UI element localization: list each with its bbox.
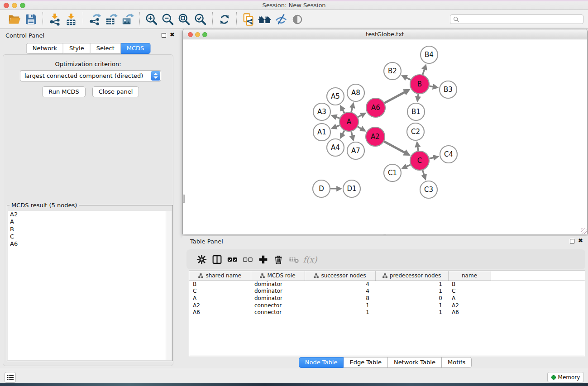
graph-node-A8[interactable]: A8: [347, 84, 364, 101]
tab-select[interactable]: Select: [91, 43, 121, 54]
node-table: shared nameMCDS rolesuccessor nodesprede…: [189, 271, 585, 316]
zoom-in-button[interactable]: [143, 11, 160, 28]
split-view-button[interactable]: [209, 252, 225, 267]
mcds-result-item[interactable]: A6: [8, 240, 172, 248]
table-row[interactable]: A6connector11A6: [189, 309, 585, 316]
table-row[interactable]: Bdominator41B: [189, 281, 585, 288]
graph-node-A5[interactable]: A5: [327, 88, 344, 105]
table-row[interactable]: Cdominator41C: [189, 288, 585, 295]
save-session-button[interactable]: [23, 11, 39, 28]
memory-button[interactable]: Memory: [547, 372, 584, 382]
graph-node-A1[interactable]: A1: [313, 124, 330, 141]
criterion-value: largest connected component (directed): [24, 71, 143, 81]
task-history-button[interactable]: [5, 372, 16, 383]
graph-node-B[interactable]: B: [410, 75, 429, 94]
network-vscroll-thumb[interactable]: [183, 195, 185, 203]
table-cell: A: [448, 295, 491, 302]
tab-style[interactable]: Style: [63, 43, 91, 54]
column-header-successor-nodes[interactable]: successor nodes: [305, 271, 375, 281]
graph-node-A3[interactable]: A3: [313, 103, 330, 120]
column-tree-icon: [260, 273, 265, 278]
export-table-button[interactable]: [103, 11, 120, 28]
import-network-button[interactable]: [47, 11, 63, 28]
delete-table-button[interactable]: [286, 252, 301, 267]
table-settings-button[interactable]: [194, 252, 209, 267]
search-input[interactable]: [459, 15, 583, 23]
close-panel-icon[interactable]: ✖: [170, 32, 175, 38]
open-session-button[interactable]: [6, 11, 23, 28]
graph-node-C[interactable]: C: [410, 151, 429, 170]
arrowhead-icon: [415, 96, 421, 102]
deselect-all-columns-button[interactable]: [240, 252, 255, 267]
add-column-button[interactable]: [255, 252, 271, 267]
home-layout-button[interactable]: [257, 11, 273, 28]
table-row[interactable]: Adominator80A: [189, 295, 585, 302]
zoom-fit-icon: [177, 13, 191, 26]
mcds-result-item[interactable]: B: [8, 226, 172, 233]
table-tab-motifs[interactable]: Motifs: [442, 357, 472, 368]
table-tab-edge-table[interactable]: Edge Table: [344, 357, 387, 368]
graph-node-A[interactable]: A: [339, 112, 359, 131]
graph-node-C2[interactable]: C2: [407, 123, 424, 140]
table-cell: 4: [305, 281, 375, 288]
table-row[interactable]: A2connector11A2: [189, 302, 585, 310]
network-window-titlebar[interactable]: testGlobe.txt: [183, 29, 587, 39]
result-scrollbar[interactable]: [166, 211, 172, 360]
graph-node-C1[interactable]: C1: [384, 164, 401, 181]
edge-B-B4[interactable]: [423, 69, 425, 75]
show-all-button[interactable]: [289, 11, 306, 28]
graph-node-B4[interactable]: B4: [421, 46, 438, 63]
export-image-button[interactable]: [120, 11, 136, 28]
criterion-select[interactable]: largest connected component (directed): [20, 70, 161, 81]
column-header-name[interactable]: name: [448, 271, 491, 281]
zoom-fit-button[interactable]: [176, 11, 192, 28]
mcds-result-item[interactable]: A2: [8, 211, 172, 218]
column-header-predecessor-nodes[interactable]: predecessor nodes: [375, 271, 448, 281]
zoom-out-button[interactable]: [160, 11, 176, 28]
delete-column-button[interactable]: [271, 252, 286, 267]
node-label: C1: [388, 169, 397, 177]
graph-node-B3[interactable]: B3: [440, 81, 457, 98]
copy-network-button[interactable]: [240, 11, 257, 28]
graph-node-A2[interactable]: A2: [366, 127, 385, 146]
graph-node-D[interactable]: D: [313, 180, 330, 197]
graph-node-D1[interactable]: D1: [343, 180, 360, 197]
tab-mcds[interactable]: MCDS: [121, 43, 151, 54]
table-panel-title: Table Panel: [190, 238, 223, 245]
mcds-result-item[interactable]: A: [8, 218, 172, 225]
column-header-MCDS-role[interactable]: MCDS role: [251, 271, 305, 281]
close-table-panel-icon[interactable]: ✖: [578, 238, 583, 243]
table-cell: 1: [305, 302, 375, 310]
graph-node-B2[interactable]: B2: [384, 62, 401, 80]
run-mcds-button[interactable]: Run MCDS: [42, 86, 86, 97]
refresh-view-button[interactable]: [216, 11, 233, 28]
float-panel-icon[interactable]: [162, 33, 166, 38]
graph-node-A7[interactable]: A7: [347, 142, 364, 159]
tab-network[interactable]: Network: [26, 43, 63, 54]
import-table-button[interactable]: [63, 11, 79, 28]
window-resize-grip[interactable]: [581, 228, 587, 234]
table-panel: Table Panel ✖: [182, 236, 588, 369]
arrowhead-icon: [336, 186, 342, 191]
graph-node-C3[interactable]: C3: [420, 181, 437, 198]
zoom-selected-button[interactable]: [192, 11, 209, 28]
titlebar: Session: New Session: [0, 0, 588, 10]
graph-node-B1[interactable]: B1: [407, 103, 425, 120]
graph-node-C4[interactable]: C4: [440, 146, 457, 163]
graph-node-A4[interactable]: A4: [327, 139, 344, 156]
export-network-button[interactable]: [87, 11, 103, 28]
table-tab-network-table[interactable]: Network Table: [388, 357, 442, 368]
column-header-shared-name[interactable]: shared name: [189, 271, 251, 281]
close-panel-button[interactable]: Close panel: [92, 86, 139, 97]
edge-A2-C[interactable]: [384, 141, 405, 152]
mcds-tab-content: Optimization criterion: largest connecte…: [3, 54, 173, 366]
graph-node-A6[interactable]: A6: [366, 98, 385, 117]
network-canvas[interactable]: B4B2BB3A5A8A6B1A3AA1C2A2A4A7C4CC1C3DD1: [183, 39, 587, 234]
table-tab-node-table[interactable]: Node Table: [299, 357, 344, 368]
edge-A6-B[interactable]: [384, 92, 405, 103]
float-table-panel-icon[interactable]: [570, 239, 574, 243]
function-builder-button[interactable]: f(x): [301, 252, 317, 267]
mcds-result-item[interactable]: C: [8, 233, 172, 240]
hide-selected-button[interactable]: [273, 11, 289, 28]
select-all-columns-button[interactable]: [225, 252, 240, 267]
